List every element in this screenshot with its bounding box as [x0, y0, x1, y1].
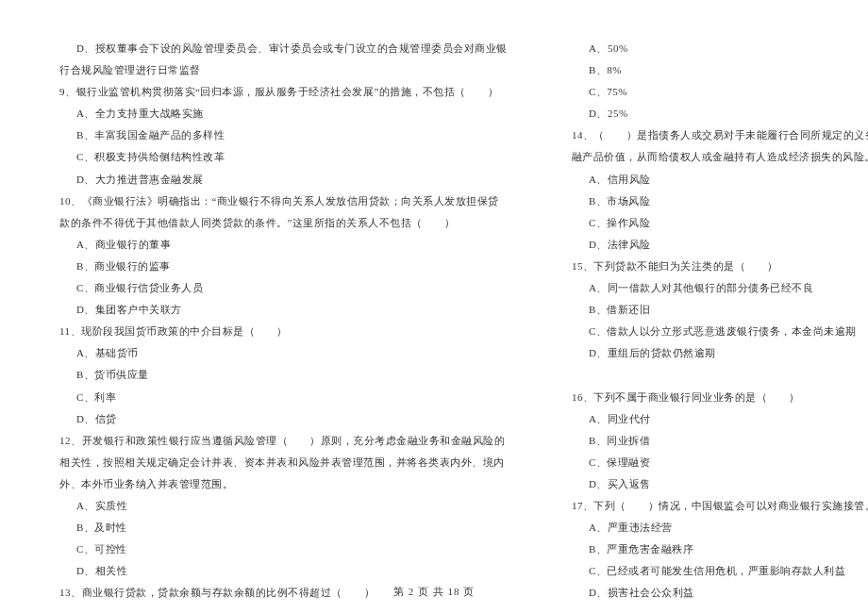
rightColumn-line: C、75% [555, 81, 868, 103]
left-column: D、授权董事会下设的风险管理委员会、审计委员会或专门设立的合规管理委员会对商业银… [42, 38, 508, 566]
leftColumn-line: 外、本外币业务纳入并表管理范围。 [42, 473, 508, 495]
leftColumn-line: C、积极支持供给侧结构性改革 [42, 146, 508, 168]
rightColumn-line: B、借新还旧 [555, 299, 868, 321]
leftColumn-line: B、货币供应量 [42, 364, 508, 386]
rightColumn-line: D、买入返售 [555, 473, 868, 495]
leftColumn-line: 12、开发银行和政策性银行应当遵循风险管理（ ）原则，充分考虑金融业务和金融风险… [42, 430, 508, 452]
leftColumn-line: B、丰富我国金融产品的多样性 [42, 124, 508, 146]
leftColumn-line: D、集团客户中关联方 [42, 299, 508, 321]
rightColumn-line: A、50% [555, 38, 868, 59]
leftColumn-line: 11、现阶段我国货币政策的中介目标是（ ） [42, 321, 508, 342]
rightColumn-line: D、25% [555, 103, 868, 124]
page-body: D、授权董事会下设的风险管理委员会、审计委员会或专门设立的合规管理委员会对商业银… [42, 38, 826, 566]
rightColumn-line: C、已经或者可能发生信用危机，严重影响存款人利益 [555, 560, 868, 582]
rightColumn-line: C、操作风险 [555, 212, 868, 234]
rightColumn-line: A、同一借款人对其他银行的部分债务已经不良 [555, 277, 868, 299]
leftColumn-line: A、基础货币 [42, 342, 508, 364]
rightColumn-line: A、严重违法经营 [555, 517, 868, 538]
rightColumn-line: D、重组后的贷款仍然逾期 [555, 342, 868, 364]
rightColumn-line: D、法律风险 [555, 234, 868, 256]
rightColumn-line: C、借款人以分立形式恶意逃废银行债务，本金尚未逾期 [555, 321, 868, 342]
rightColumn-line: 14、（ ）是指债务人或交易对手未能履行合同所规定的义务或信用质量发生变化，影响… [555, 124, 868, 146]
rightColumn-line: B、市场风险 [555, 191, 868, 212]
leftColumn-line: D、相关性 [42, 560, 508, 582]
rightColumn-line [555, 364, 868, 386]
leftColumn-line: 相关性，按照相关规定确定会计并表、资本并表和风险并表管理范围，并将各类表内外、境… [42, 452, 508, 473]
right-column: A、50%B、8%C、75%D、25%14、（ ）是指债务人或交易对手未能履行合… [555, 38, 868, 566]
rightColumn-line: 16、下列不属于商业银行同业业务的是（ ） [555, 387, 868, 408]
rightColumn-line: A、同业代付 [555, 408, 868, 430]
leftColumn-line: D、信贷 [42, 408, 508, 430]
leftColumn-line: D、授权董事会下设的风险管理委员会、审计委员会或专门设立的合规管理委员会对商业银 [42, 38, 508, 59]
rightColumn-line: B、同业拆借 [555, 430, 868, 452]
rightColumn-line: 17、下列（ ）情况，中国银监会可以对商业银行实施接管。 [555, 495, 868, 517]
leftColumn-line: 款的条件不得优于其他借款人同类贷款的条件。”这里所指的关系人不包括（ ） [42, 212, 508, 234]
page-footer: 第 2 页 共 18 页 [0, 585, 868, 599]
rightColumn-line: B、严重危害金融秩序 [555, 538, 868, 560]
leftColumn-line: 10、《商业银行法》明确指出：“商业银行不得向关系人发放信用贷款；向关系人发放担… [42, 191, 508, 212]
rightColumn-line: B、8% [555, 59, 868, 81]
rightColumn-line: A、信用风险 [555, 169, 868, 191]
leftColumn-line: 9、银行业监管机构贯彻落实“回归本源，服从服务于经济社会发展”的措施，不包括（ … [42, 81, 508, 103]
rightColumn-line: C、保理融资 [555, 452, 868, 473]
leftColumn-line: B、商业银行的监事 [42, 256, 508, 277]
rightColumn-line: 融产品价值，从而给债权人或金融持有人造成经济损失的风险。 [555, 146, 868, 168]
rightColumn-line: 15、下列贷款不能归为关注类的是（ ） [555, 256, 868, 277]
leftColumn-line: D、大力推进普惠金融发展 [42, 169, 508, 191]
leftColumn-line: 行合规风险管理进行日常监督 [42, 59, 508, 81]
leftColumn-line: C、可控性 [42, 538, 508, 560]
leftColumn-line: C、商业银行信贷业务人员 [42, 277, 508, 299]
leftColumn-line: A、商业银行的董事 [42, 234, 508, 256]
leftColumn-line: A、实质性 [42, 495, 508, 517]
leftColumn-line: B、及时性 [42, 517, 508, 538]
leftColumn-line: A、全力支持重大战略实施 [42, 103, 508, 124]
leftColumn-line: C、利率 [42, 387, 508, 408]
